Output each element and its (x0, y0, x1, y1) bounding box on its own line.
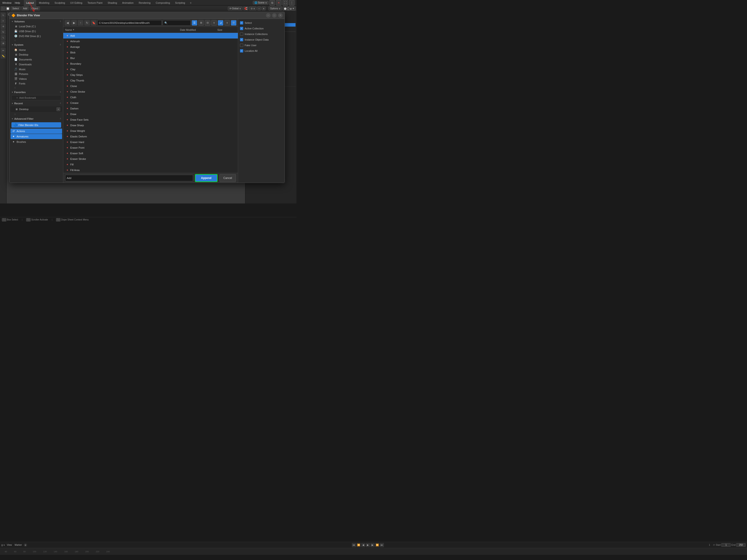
gallery-view-btn[interactable]: ⊟ (205, 20, 210, 26)
sidebar-usb-drive[interactable]: 💾 USB Drive (D:) (9, 29, 63, 34)
filename-input[interactable] (65, 175, 193, 181)
add-bookmark-btn[interactable]: + Add Bookmark (11, 95, 61, 100)
system-expand[interactable]: ⠿ (9, 86, 63, 89)
file-name-clone-stroke: Clone Stroke (70, 90, 236, 93)
file-icon-draw-weight: ✦ (65, 130, 69, 133)
file-item-clay-strips[interactable]: ✦ Clay Strips (63, 72, 238, 78)
file-item-cloth[interactable]: ✦ Cloth (63, 95, 238, 100)
file-item-blob[interactable]: ✦ Blob (63, 50, 238, 55)
file-item-add[interactable]: ✦ Add (63, 33, 238, 38)
file-icon-eraser-hard: ✦ (65, 141, 69, 144)
sidebar-home[interactable]: 🏠 Home (9, 47, 63, 52)
cancel-button[interactable]: Cancel (220, 174, 236, 182)
file-item-elastic-deform[interactable]: ✦ Elastic Deform (63, 134, 238, 139)
recent-header[interactable]: ▼ Recent ⠿ (9, 101, 63, 106)
check-localize-all: Localize All (240, 49, 283, 53)
file-item-crease[interactable]: ✦ Crease (63, 100, 238, 106)
maximize-button[interactable]: □ (272, 13, 277, 18)
desktop-label: Desktop (19, 53, 28, 56)
file-item-average[interactable]: ✦ Average (63, 44, 238, 50)
advanced-filter-title: Advanced Filter (14, 117, 34, 120)
file-item-eraser-hard[interactable]: ✦ Eraser Hard (63, 139, 238, 145)
view-dropdown-btn[interactable]: ∨ (211, 20, 217, 26)
check-localize-all-box[interactable] (240, 49, 243, 53)
file-item-draw[interactable]: ✦ Draw (63, 111, 238, 117)
recent-close-btn[interactable]: ✕ (56, 107, 60, 111)
file-item-draw-face-sets[interactable]: ✦ Draw Face Sets (63, 117, 238, 123)
file-item-clay-thumb[interactable]: ✦ Clay Thumb (63, 78, 238, 83)
file-dialog: 🔶 Blender File View ─ □ ✕ ▼ Volumes ⠿ 🖥 (9, 12, 285, 183)
check-active-collection-box[interactable] (240, 27, 243, 30)
file-item-eraser-soft[interactable]: ✦ Eraser Soft (63, 151, 238, 156)
append-button[interactable]: Append (195, 174, 217, 182)
sidebar-music[interactable]: 🎵 Music (9, 67, 63, 72)
volumes-expand[interactable]: ⠿ (9, 38, 63, 42)
volumes-header[interactable]: ▼ Volumes ⠿ (9, 19, 63, 24)
file-item-boundary[interactable]: ✦ Boundary (63, 61, 238, 66)
col-name-header[interactable]: Name ▼ (65, 28, 180, 31)
file-item-fill[interactable]: ✦ Fill (63, 162, 238, 167)
bookmark-btn[interactable]: 🔖 (91, 20, 96, 26)
filter-blender-ids-btn[interactable]: 🔵 Filter Blender IDs (11, 122, 61, 128)
file-icon-eraser-point: ✦ (65, 146, 69, 149)
minimize-button[interactable]: ─ (266, 13, 271, 18)
col-size-header[interactable]: Size (217, 28, 236, 31)
file-item-clay[interactable]: ✦ Clay (63, 66, 238, 72)
col-date-header[interactable]: Date Modified (180, 28, 217, 31)
path-input[interactable] (97, 20, 162, 26)
close-button[interactable]: ✕ (278, 13, 283, 18)
file-bottom: Append Cancel (63, 173, 238, 183)
file-name-blob: Blob (70, 51, 236, 54)
file-icon-draw-sharp: ✦ (65, 124, 69, 127)
videos-label: Videos (19, 77, 27, 80)
check-instance-object-data-box[interactable] (240, 38, 243, 41)
sidebar-downloads[interactable]: ⬇ Downloads (9, 62, 63, 67)
check-instance-collections-box[interactable] (240, 32, 243, 36)
filter-blender-label: Filter Blender IDs (19, 124, 38, 127)
local-disk-label: Local Disk (C:) (19, 25, 36, 28)
refresh-btn[interactable]: ↻ (84, 20, 90, 26)
search-input[interactable] (163, 20, 191, 26)
filter-actions-item[interactable]: ↺ Actions (10, 129, 62, 134)
sidebar-dvd-drive[interactable]: 💿 DVD RW Drive (E:) (9, 34, 63, 38)
recent-desktop-item[interactable]: 🖥 Desktop ✕ (10, 106, 62, 112)
sidebar-fonts[interactable]: F Fonts (9, 81, 63, 86)
file-item-darken[interactable]: ✦ Darken (63, 106, 238, 111)
actions-label: Actions (17, 130, 25, 133)
system-expand-dots: ⠿ (14, 87, 16, 89)
file-item-eraser-stroke[interactable]: ✦ Eraser Stroke (63, 156, 238, 162)
file-item-draw-sharp[interactable]: ✦ Draw Sharp (63, 123, 238, 128)
filter-brushes-item[interactable]: ✦ Brushes (10, 139, 62, 144)
file-item-draw-weight[interactable]: ✦ Draw Weight (63, 128, 238, 134)
filter-btn[interactable]: ⊿ (218, 20, 224, 26)
system-header[interactable]: ▼ System ⠿ (9, 42, 63, 47)
grid-view-btn[interactable]: ⊞ (198, 20, 204, 26)
check-fake-user-box[interactable] (240, 44, 243, 47)
desktop-icon: 🖥 (14, 53, 18, 56)
forward-btn[interactable]: ▶ (71, 20, 77, 26)
sidebar-pictures[interactable]: 🖼 Pictures (9, 72, 63, 76)
file-item-clone-stroke[interactable]: ✦ Clone Stroke (63, 89, 238, 95)
advanced-filter-header[interactable]: ▼ Advanced Filter ⠿ (9, 116, 63, 121)
sidebar-desktop[interactable]: 🖥 Desktop (9, 52, 63, 57)
sidebar-local-disk[interactable]: 🖥 Local Disk (C:) (9, 24, 63, 29)
file-item-eraser-point[interactable]: ✦ Eraser Point (63, 145, 238, 151)
file-item-fill-area[interactable]: ✦ Fill Area (63, 167, 238, 173)
file-name-elastic-deform: Elastic Deform (70, 135, 236, 138)
file-icon-fill: ✦ (65, 163, 69, 166)
parent-btn[interactable]: ↑ (78, 20, 83, 26)
sidebar-videos[interactable]: 🎬 Videos (9, 76, 63, 81)
list-view-btn[interactable]: ☰ (192, 20, 197, 26)
file-item-clone[interactable]: ✦ Clone (63, 83, 238, 89)
sidebar-documents[interactable]: 📄 Documents (9, 57, 63, 62)
favorites-header[interactable]: ▼ Favorites ⠿ (9, 89, 63, 95)
filter-dropdown-btn[interactable]: ∨ (224, 20, 230, 26)
back-btn[interactable]: ◀ (65, 20, 70, 26)
recent-expand[interactable]: ⠿ (9, 112, 63, 116)
check-select-box[interactable] (240, 21, 243, 25)
filter-armatures-item[interactable]: ✦ Armatures (10, 134, 62, 139)
brushes-label: Brushes (17, 140, 26, 143)
file-item-airbrush[interactable]: ✦ Airbrush (63, 38, 238, 44)
settings-btn[interactable]: ⚙ (231, 20, 236, 26)
file-item-blur[interactable]: ✦ Blur (63, 55, 238, 61)
